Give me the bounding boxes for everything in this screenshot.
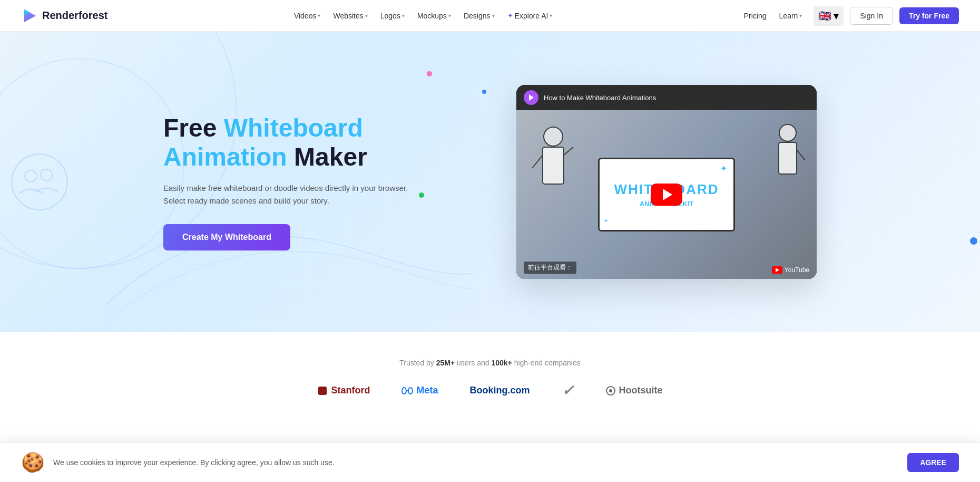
svg-line-12 [797,150,805,160]
svg-point-10 [779,124,796,141]
svg-point-6 [544,127,563,146]
svg-rect-13 [318,387,327,395]
nav-logos[interactable]: Logos ▾ [375,8,410,23]
navbar: Renderforest Videos ▾ Websites ▾ Logos ▾… [0,0,980,32]
meta-logo: Meta [401,385,438,396]
svg-marker-5 [529,94,534,101]
svg-point-15 [408,388,413,394]
nav-explore-ai[interactable]: ✦ Explore AI ▾ [502,8,558,23]
nav-right-links: Pricing Learn ▾ [739,8,808,23]
nav-videos[interactable]: Videos ▾ [289,8,326,23]
svg-point-4 [41,169,52,181]
svg-line-9 [564,147,573,155]
chevron-down-icon: ▾ [318,13,320,18]
video-body[interactable]: WHITEBOARD ANIMA TOOLKIT ✦ ✦ [516,110,817,279]
svg-point-14 [402,388,406,394]
svg-rect-7 [543,147,564,184]
video-title: How to Make Whiteboard Animations [544,94,656,102]
star-icon: ✦ [507,12,513,20]
svg-point-3 [25,170,37,182]
svg-point-2 [12,154,67,210]
chevron-down-icon: ▾ [799,13,802,18]
nav-learn[interactable]: Learn ▾ [774,8,808,23]
character-left [532,121,574,228]
chevron-down-icon: ▾ [550,13,552,18]
trusted-section: Trusted by 25M+ users and 100k+ high-end… [0,332,980,420]
svg-rect-11 [779,142,797,174]
booking-logo: Booking.com [470,385,530,396]
chevron-down-icon: ▾ [834,9,839,22]
hero-left: Free Whiteboard Animation Maker Easily m… [163,113,427,250]
youtube-play-button[interactable] [651,184,682,206]
video-card: How to Make Whiteboard Animations WHITEB… [516,85,817,279]
chevron-down-icon: ▾ [365,13,368,18]
svg-line-8 [532,155,543,168]
video-overlay-text: 前往平台观看： [524,262,576,274]
video-header: How to Make Whiteboard Animations [516,85,817,110]
nike-logo: ✓ [562,382,574,399]
character-right [769,118,806,226]
hero-content: Free Whiteboard Animation Maker Easily m… [121,53,859,311]
stanford-logo: Stanford [317,385,370,396]
trusted-text: Trusted by 25M+ users and 100k+ high-end… [21,359,959,367]
hero-title: Free Whiteboard Animation Maker [163,113,427,171]
nav-mockups[interactable]: Mockups ▾ [412,8,456,23]
nav-websites[interactable]: Websites ▾ [328,8,373,23]
youtube-icon [772,266,782,274]
nav-links: Videos ▾ Websites ▾ Logos ▾ Mockups ▾ De… [289,8,558,23]
youtube-logo: YouTube [772,266,809,274]
chevron-down-icon: ▾ [492,13,495,18]
hero-section: Free Whiteboard Animation Maker Easily m… [0,32,980,332]
svg-point-18 [609,389,612,392]
chevron-down-icon: ▾ [448,13,451,18]
dot-blue-2 [970,237,977,245]
people-icon [11,153,68,211]
chevron-down-icon: ▾ [402,13,405,18]
logo[interactable]: Renderforest [21,7,107,24]
video-play-icon [524,90,538,105]
language-selector[interactable]: 🇬🇧 ▾ [814,6,844,26]
nav-right: Pricing Learn ▾ 🇬🇧 ▾ Sign In Try for Fre… [739,6,959,26]
hootsuite-logo: Hootsuite [605,385,663,396]
youtube-text: YouTube [785,266,809,274]
trusted-logos: Stanford Meta Booking.com ✓ Hootsuite [21,382,959,399]
create-whiteboard-button[interactable]: Create My Whiteboard [163,224,290,250]
hero-subtitle: Easily make free whiteboard or doodle vi… [163,182,427,207]
logo-icon [21,7,38,24]
sign-in-button[interactable]: Sign In [850,7,893,25]
nav-pricing[interactable]: Pricing [739,8,772,23]
logo-text: Renderforest [42,9,107,22]
nav-designs[interactable]: Designs ▾ [458,8,500,23]
try-free-button[interactable]: Try for Free [899,7,959,24]
